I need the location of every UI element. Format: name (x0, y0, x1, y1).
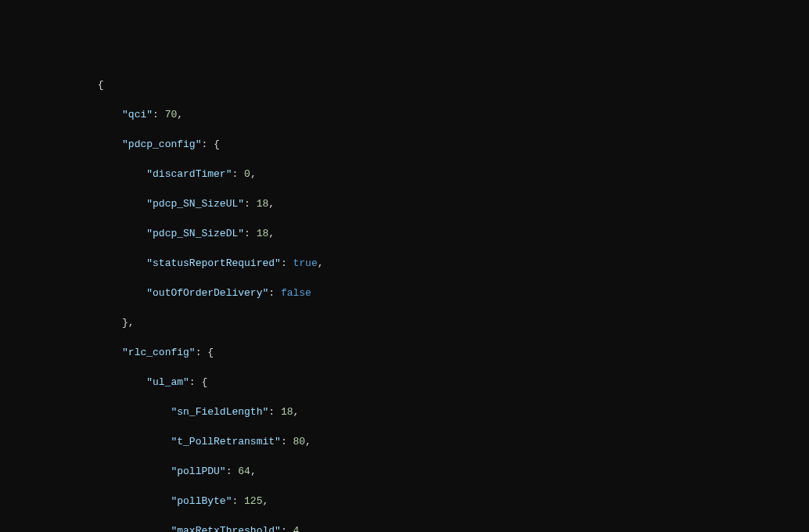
code-line: { (0, 77, 809, 92)
code-line: "maxRetxThreshold": 4 (0, 523, 809, 532)
code-line: "ul_am": { (0, 375, 809, 390)
code-line: "rlc_config": { (0, 345, 809, 360)
code-line: "pdcp_SN_SizeUL": 18, (0, 196, 809, 211)
code-line: "qci": 70, (0, 107, 809, 122)
code-line: "pdcp_config": { (0, 137, 809, 152)
code-line: "sn_FieldLength": 18, (0, 404, 809, 419)
code-line: }, (0, 315, 809, 330)
code-line: "t_PollRetransmit": 80, (0, 434, 809, 449)
code-block: { "qci": 70, "pdcp_config": { "discardTi… (0, 59, 809, 532)
code-line: "statusReportRequired": true, (0, 256, 809, 271)
code-line: "pollByte": 125, (0, 494, 809, 509)
code-line: "discardTimer": 0, (0, 167, 809, 182)
code-line: "pdcp_SN_SizeDL": 18, (0, 226, 809, 241)
code-line: "pollPDU": 64, (0, 464, 809, 479)
code-line: "outOfOrderDelivery": false (0, 286, 809, 300)
